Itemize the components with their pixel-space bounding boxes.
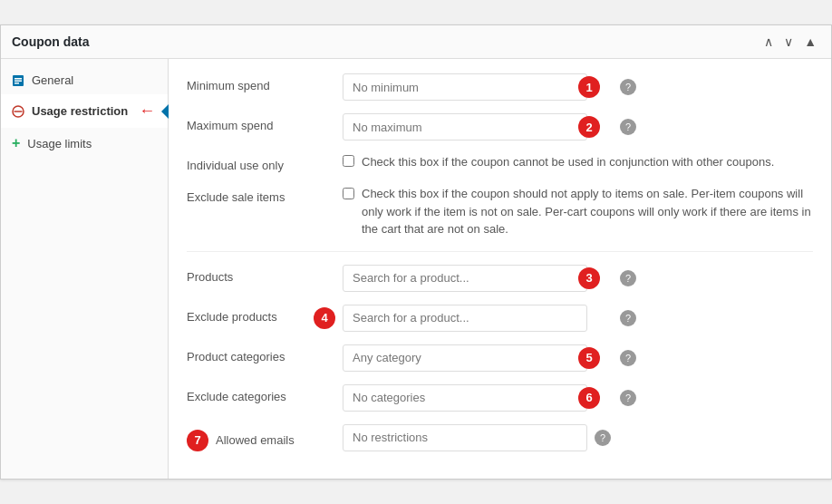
maximum-spend-help[interactable]: ? (620, 119, 636, 135)
allowed-emails-label-wrap: 7 Allowed emails (187, 424, 332, 451)
coupon-data-panel: Coupon data ∧ ∨ ▲ General (0, 24, 832, 480)
restriction-arrow-icon: ← (139, 102, 155, 121)
minimum-spend-label: Minimum spend (187, 73, 332, 92)
move-down-button[interactable]: ∨ (780, 33, 797, 51)
sidebar-item-usage-limits[interactable]: + Usage limits (1, 128, 168, 159)
exclude-sale-controls: Check this box if the coupon should not … (343, 185, 813, 238)
minimum-spend-input[interactable] (343, 73, 587, 101)
svg-rect-3 (15, 82, 19, 84)
products-controls: 3 ? (343, 265, 813, 292)
svg-rect-1 (15, 78, 22, 80)
panel-title: Coupon data (12, 34, 90, 49)
badge-2: 2 (578, 116, 600, 138)
badge-5: 5 (578, 347, 600, 369)
exclude-sale-row: Exclude sale items Check this box if the… (187, 185, 813, 238)
exclude-sale-description: Check this box if the coupon should not … (362, 185, 813, 238)
maximum-spend-input[interactable] (343, 113, 587, 141)
badge-6: 6 (578, 387, 600, 409)
products-help[interactable]: ? (620, 270, 636, 286)
sidebar-item-limits-label: Usage limits (27, 137, 92, 150)
sidebar-item-restriction-label: Usage restriction (32, 104, 128, 118)
divider-1 (187, 251, 813, 252)
exclude-products-help[interactable]: ? (620, 310, 636, 326)
individual-use-controls: Check this box if the coupon cannot be u… (343, 153, 813, 171)
maximum-spend-controls: 2 ? (343, 113, 813, 141)
individual-use-checkbox-row: Check this box if the coupon cannot be u… (343, 153, 774, 171)
exclude-sale-checkbox-row: Check this box if the coupon should not … (343, 185, 813, 238)
main-content: Minimum spend 1 ? Maximum spend 2 (169, 59, 831, 479)
exclude-products-label: Exclude products (187, 305, 332, 324)
panel-header: Coupon data ∧ ∨ ▲ (1, 25, 831, 59)
badge-3: 3 (578, 267, 600, 289)
exclude-categories-row: Exclude categories 6 ? (187, 384, 813, 412)
exclude-categories-help[interactable]: ? (620, 390, 636, 406)
allowed-emails-controls: ? (343, 424, 813, 451)
minimum-spend-row: Minimum spend 1 ? (187, 73, 813, 101)
panel-controls: ∧ ∨ ▲ (760, 33, 820, 51)
product-categories-help[interactable]: ? (620, 350, 636, 366)
general-icon (12, 74, 24, 87)
products-row: Products 3 ? (187, 265, 813, 292)
badge-1: 1 (578, 76, 600, 98)
maximum-spend-row: Maximum spend 2 ? (187, 113, 813, 141)
allowed-emails-help[interactable]: ? (595, 430, 611, 446)
minimum-spend-help[interactable]: ? (620, 79, 636, 95)
product-categories-row: Product categories 5 ? (187, 344, 813, 372)
exclude-products-row: Exclude products 4 ? (187, 305, 813, 332)
sidebar-item-usage-restriction[interactable]: Usage restriction ← (1, 94, 168, 128)
restriction-icon (12, 105, 24, 118)
active-indicator (161, 104, 169, 119)
panel-body: General Usage restriction ← + Usage limi… (1, 59, 831, 479)
products-input[interactable] (343, 265, 587, 292)
allowed-emails-row: 7 Allowed emails ? (187, 424, 813, 451)
exclude-sale-label: Exclude sale items (187, 185, 332, 204)
sidebar-item-general[interactable]: General (1, 66, 168, 94)
product-categories-input[interactable] (343, 344, 587, 372)
sidebar: General Usage restriction ← + Usage limi… (1, 59, 169, 479)
exclude-categories-input[interactable] (343, 384, 587, 412)
exclude-sale-checkbox[interactable] (343, 188, 354, 199)
limits-icon: + (12, 135, 20, 151)
individual-use-row: Individual use only Check this box if th… (187, 153, 813, 172)
collapse-button[interactable]: ▲ (800, 33, 820, 51)
allowed-emails-input[interactable] (343, 424, 587, 451)
exclude-categories-label: Exclude categories (187, 384, 332, 403)
badge-4: 4 (314, 307, 335, 329)
badge-7: 7 (187, 430, 208, 451)
individual-use-label: Individual use only (187, 153, 332, 172)
exclude-products-controls: 4 ? (343, 305, 813, 332)
svg-rect-2 (15, 80, 22, 82)
exclude-categories-controls: 6 ? (343, 384, 813, 412)
exclude-products-input[interactable] (343, 305, 587, 332)
minimum-spend-controls: 1 ? (343, 73, 813, 101)
individual-use-description: Check this box if the coupon cannot be u… (362, 153, 774, 171)
move-up-button[interactable]: ∧ (760, 33, 777, 51)
sidebar-item-general-label: General (32, 73, 73, 87)
product-categories-label: Product categories (187, 344, 332, 363)
individual-use-checkbox[interactable] (343, 155, 354, 167)
products-label: Products (187, 265, 332, 284)
maximum-spend-label: Maximum spend (187, 113, 332, 132)
product-categories-controls: 5 ? (343, 344, 813, 372)
allowed-emails-label: Allowed emails (216, 433, 295, 447)
